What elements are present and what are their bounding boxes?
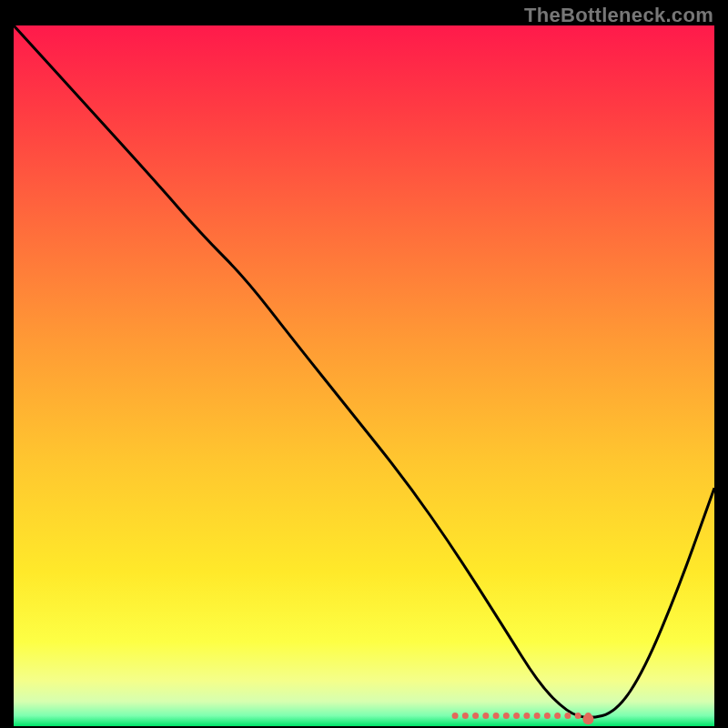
floor-dot (513, 713, 520, 719)
floor-dot (534, 713, 541, 719)
floor-dot (575, 713, 581, 719)
floor-dot (564, 713, 571, 719)
gradient-background (14, 25, 714, 726)
floor-dot (472, 713, 479, 719)
chart-frame (14, 25, 714, 726)
floor-dot (523, 713, 530, 719)
floor-dot (544, 713, 551, 719)
floor-dot (554, 713, 561, 719)
floor-dot (452, 713, 459, 719)
bottleneck-chart (14, 25, 714, 726)
floor-dot (503, 713, 510, 719)
floor-dot (493, 713, 500, 719)
minimum-marker (582, 713, 593, 724)
watermark-text: TheBottleneck.com (524, 4, 713, 27)
floor-dot (482, 713, 489, 719)
floor-dot (462, 713, 469, 719)
